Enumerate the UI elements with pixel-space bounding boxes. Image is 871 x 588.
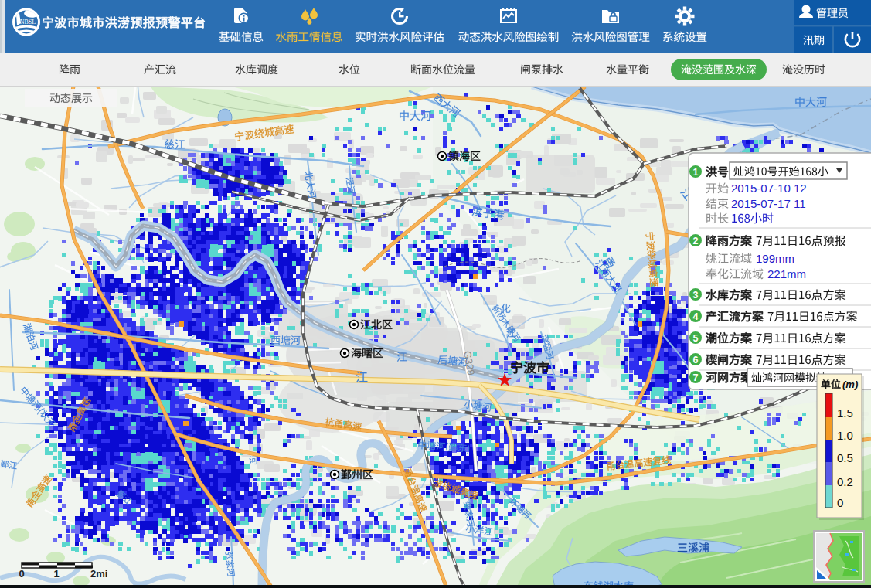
svg-text:199mm: 199mm [756, 252, 794, 265]
svg-text:2015-07-17 11: 2015-07-17 11 [731, 197, 805, 210]
svg-text:0: 0 [19, 568, 24, 580]
svg-text:1: 1 [693, 167, 699, 178]
svg-text:6: 6 [693, 355, 699, 365]
svg-text:4: 4 [693, 311, 699, 322]
svg-text:0: 0 [837, 496, 843, 509]
svg-text:2mi: 2mi [90, 568, 107, 580]
svg-text:2015-07-10 12: 2015-07-10 12 [731, 182, 807, 195]
svg-text:1.0: 1.0 [837, 429, 853, 442]
svg-text:7: 7 [693, 372, 699, 383]
svg-text:NBSL: NBSL [20, 19, 36, 25]
svg-text:1.5: 1.5 [837, 406, 853, 420]
svg-text:2: 2 [693, 236, 699, 246]
svg-text:5: 5 [693, 333, 699, 344]
svg-text:3: 3 [693, 290, 699, 301]
svg-text:(m): (m) [842, 379, 858, 390]
svg-text:1: 1 [53, 568, 59, 580]
svg-text:221mm: 221mm [767, 267, 806, 280]
svg-text:0.2: 0.2 [837, 475, 853, 488]
svg-text:0.5: 0.5 [837, 451, 853, 464]
